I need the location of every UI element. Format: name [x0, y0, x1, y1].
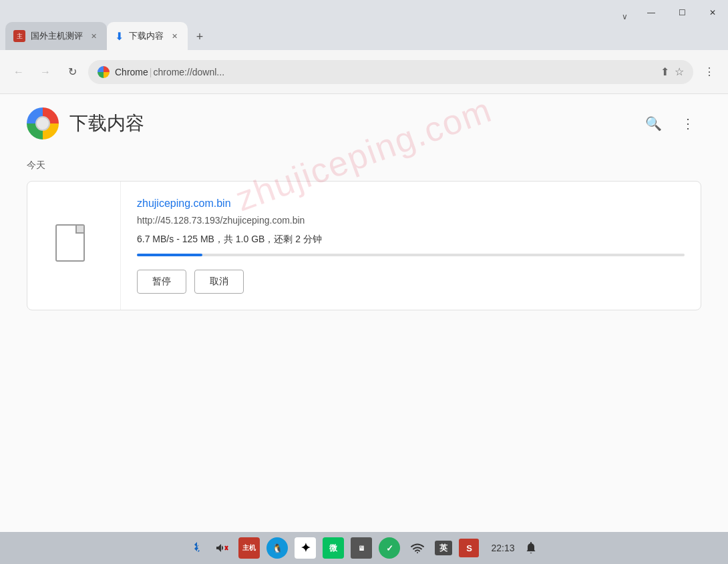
address-text: Chrome | chrome://downl...: [115, 67, 224, 77]
download-info: zhujiceping.com.bin http://45.128.73.193…: [121, 182, 701, 310]
main-content: zhujiceping.com 下载内容 🔍 ⋮ 今天 zhujiceping.…: [0, 94, 728, 532]
taskbar: 主机 🐧 ✦ 微 🖥 ✓ 英 S 22:13: [0, 532, 728, 564]
progress-bar-container: [137, 254, 685, 256]
address-separator: |: [150, 67, 152, 77]
notification-button[interactable]: [522, 539, 540, 557]
screen-icon[interactable]: 🖥: [351, 537, 372, 559]
check-icon[interactable]: ✓: [379, 537, 400, 559]
page-header-actions: 🔍 ⋮: [640, 110, 701, 137]
back-button[interactable]: ←: [8, 61, 29, 83]
page-title-area: 下载内容: [27, 107, 144, 139]
tab-2-label: 下载内容: [129, 30, 164, 42]
tab-1[interactable]: 主 国外主机测评 ✕: [5, 22, 107, 50]
tab-chevron[interactable]: ∨: [622, 12, 628, 21]
input-method-icon[interactable]: 英: [435, 541, 452, 555]
tab-2-close[interactable]: ✕: [169, 31, 180, 41]
download-file-icon-area: [27, 182, 121, 310]
refresh-button[interactable]: ↻: [61, 61, 83, 83]
page-title: 下载内容: [69, 111, 144, 136]
download-actions: 暂停 取消: [137, 270, 685, 294]
section-today-label: 今天: [27, 160, 701, 172]
svg-point-2: [417, 552, 418, 553]
chrome-logo: [27, 107, 59, 139]
address-host: Chrome: [115, 67, 148, 77]
file-icon-fold: [75, 226, 83, 234]
address-bar-actions: ⬆ ☆: [661, 65, 684, 78]
download-url: http://45.128.73.193/zhujiceping.com.bin: [137, 215, 685, 226]
window-controls: — ☐ ✕: [636, 0, 728, 25]
volume-icon[interactable]: [213, 539, 232, 557]
file-icon-body: [55, 224, 85, 262]
tab-1-label: 国外主机测评: [31, 30, 83, 42]
download-tab-icon: ⬇: [115, 30, 124, 43]
title-bar: 主 国外主机测评 ✕ ⬇ 下载内容 ✕ + ∨ — ☐ ✕: [0, 0, 728, 50]
progress-bar-fill: [137, 254, 202, 256]
bookmark-icon[interactable]: ☆: [675, 65, 684, 78]
minimize-button[interactable]: —: [636, 0, 667, 25]
forward-button[interactable]: →: [35, 61, 56, 83]
wechat-icon[interactable]: 微: [323, 537, 344, 559]
download-status: 6.7 MB/s - 125 MB，共 1.0 GB，还剩 2 分钟: [137, 234, 685, 246]
address-bar[interactable]: Chrome | chrome://downl... ⬆ ☆: [88, 60, 693, 84]
pause-button[interactable]: 暂停: [137, 270, 186, 294]
wps-icon[interactable]: S: [459, 539, 479, 557]
search-button[interactable]: 🔍: [640, 110, 667, 137]
page-menu-button[interactable]: ⋮: [675, 110, 701, 137]
close-button[interactable]: ✕: [697, 0, 728, 25]
bluetooth-icon[interactable]: [188, 539, 206, 557]
tab-2[interactable]: ⬇ 下载内容 ✕: [107, 22, 188, 50]
zhuji-icon[interactable]: 主机: [238, 537, 260, 559]
browser-menu-button[interactable]: ⋮: [699, 61, 720, 83]
chrome-ball-icon: [98, 66, 110, 78]
taskbar-time: 22:13: [491, 543, 514, 553]
share-icon[interactable]: ⬆: [661, 65, 669, 78]
nav-bar: ← → ↻ Chrome | chrome://downl... ⬆ ☆ ⋮: [0, 50, 728, 94]
restore-button[interactable]: ☐: [667, 0, 697, 25]
cancel-button[interactable]: 取消: [194, 270, 244, 294]
page-header: 下载内容 🔍 ⋮: [27, 107, 701, 139]
figma-icon[interactable]: ✦: [295, 537, 316, 559]
file-icon: [55, 224, 93, 267]
download-card: zhujiceping.com.bin http://45.128.73.193…: [27, 181, 701, 310]
tab-1-close[interactable]: ✕: [88, 31, 99, 41]
wifi-icon[interactable]: [407, 537, 428, 559]
tab-1-favicon: 主: [13, 30, 25, 42]
address-path: chrome://downl...: [153, 67, 224, 77]
qq-icon[interactable]: 🐧: [266, 537, 288, 559]
download-filename[interactable]: zhujiceping.com.bin: [137, 198, 685, 210]
nav-right-icons: ⋮: [699, 61, 720, 83]
new-tab-button[interactable]: +: [190, 27, 209, 46]
